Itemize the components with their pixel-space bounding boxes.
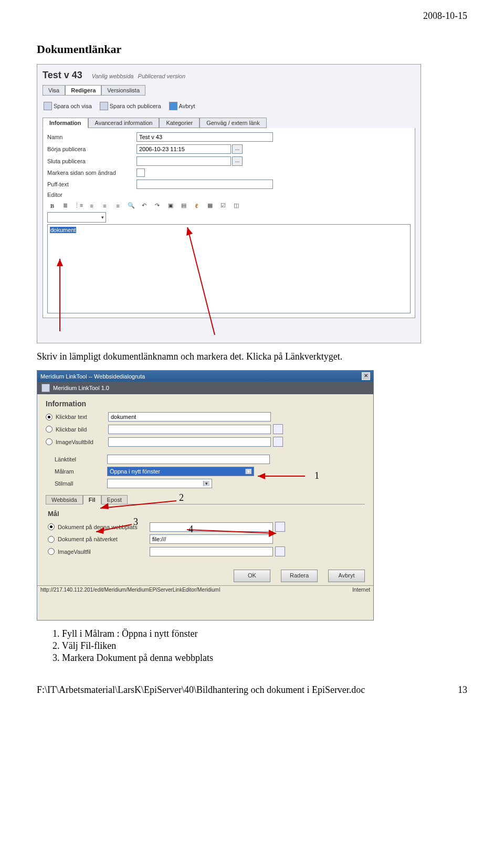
- instruction-paragraph: Skriv in lämpligt dokumentlänknamn och m…: [37, 351, 467, 362]
- svg-marker-3: [186, 227, 193, 236]
- radio-klickbar-bild-label: Klickbar bild: [56, 426, 108, 433]
- name-input[interactable]: [136, 132, 273, 142]
- numbered-list-icon[interactable]: ≣: [60, 201, 70, 211]
- radio-doc-net[interactable]: [48, 536, 55, 543]
- name-label: Namn: [47, 134, 136, 140]
- episerver-editor-screenshot: Test v 43 Vanlig webbsida Publicerad ver…: [37, 64, 421, 343]
- radio-klickbar-bild[interactable]: [46, 426, 52, 433]
- stop-publish-label: Sluta publicera: [47, 158, 136, 164]
- tool-icon: [41, 384, 50, 392]
- status-url: http://217.140.112.201/edit/Meridium/Mer…: [40, 587, 220, 593]
- image-icon[interactable]: ▣: [165, 201, 175, 211]
- tab-epost[interactable]: Epost: [101, 495, 128, 504]
- image-picker-icon[interactable]: [273, 424, 283, 434]
- tab-shortcut[interactable]: Genväg / extern länk: [200, 118, 267, 128]
- doc-site-input[interactable]: [150, 522, 273, 532]
- malram-value: Öppna i nytt fönster: [110, 468, 160, 475]
- tab-categories[interactable]: Kategorier: [159, 118, 200, 128]
- info-heading: Information: [46, 399, 365, 408]
- tab-advanced[interactable]: Avancerad information: [88, 118, 160, 128]
- linktitel-input[interactable]: [107, 455, 270, 464]
- ok-button[interactable]: OK: [234, 570, 270, 582]
- klickbar-text-input[interactable]: [108, 412, 271, 422]
- annotation-2: 2: [179, 492, 184, 503]
- section-heading: Dokumentlänkar: [37, 43, 467, 56]
- bold-icon[interactable]: B: [47, 201, 57, 211]
- svg-line-2: [187, 227, 215, 335]
- tool-version: Meridium LinkTool 1.0: [53, 385, 109, 391]
- radio-doc-site[interactable]: [48, 523, 55, 530]
- link-icon[interactable]: ℓ: [192, 201, 202, 211]
- klickbar-bild-input[interactable]: [108, 425, 271, 434]
- list-item-3: Markera Dokument på denna webbplats: [62, 653, 213, 663]
- imagevault-picker-icon[interactable]: [273, 437, 283, 447]
- radio-klickbar-text[interactable]: [46, 414, 52, 420]
- list-item-2: Välj Fil-fliken: [62, 640, 116, 651]
- stop-publish-input[interactable]: [136, 156, 231, 166]
- status-zone: Internet: [352, 587, 370, 593]
- cancel-button[interactable]: Avbryt: [169, 102, 195, 110]
- tab-versionslista[interactable]: Versionslista: [101, 85, 145, 96]
- radio-imagevault[interactable]: [46, 438, 52, 445]
- page-title: Test v 43: [43, 70, 82, 81]
- module-icon[interactable]: ◫: [231, 201, 241, 211]
- tab-information[interactable]: Information: [43, 118, 88, 128]
- annotation-4: 4: [188, 524, 193, 535]
- bullet-list-icon[interactable]: ⋮≡: [74, 201, 83, 211]
- malram-label: Målram: [55, 468, 107, 475]
- radio-iv-file[interactable]: [48, 548, 55, 555]
- doc-net-input[interactable]: [150, 534, 273, 544]
- page-type: Vanlig webbsida: [92, 73, 134, 79]
- start-publish-label: Börja publicera: [47, 146, 136, 152]
- save-icon: [44, 102, 52, 110]
- save-and-publish-button[interactable]: Spara och publicera: [100, 102, 161, 110]
- stilmall-label: Stilmall: [55, 480, 107, 487]
- find-icon[interactable]: 🔍: [126, 201, 136, 211]
- page-header-date: 2008-10-15: [37, 10, 467, 22]
- mark-changed-label: Markera sidan som ändrad: [47, 170, 136, 176]
- footer-page-number: 13: [458, 685, 467, 696]
- radio-klickbar-text-label: Klickbar text: [56, 414, 108, 420]
- dialog-title: Meridium LinkTool -- Webbsidedialogruta: [40, 373, 145, 380]
- redo-icon[interactable]: ↷: [152, 201, 162, 211]
- tab-visa[interactable]: Visa: [43, 85, 65, 96]
- label: Spara och visa: [54, 103, 92, 109]
- tab-fil[interactable]: Fil: [83, 495, 101, 504]
- selected-text: dokument: [50, 227, 76, 233]
- mark-changed-checkbox[interactable]: [136, 169, 145, 177]
- close-button[interactable]: ✕: [362, 372, 370, 380]
- radio-iv-file-label: ImageVaultfil: [58, 549, 150, 555]
- radio-imagevault-label: ImageVaultbild: [56, 439, 108, 445]
- linktitel-label: Länktitel: [55, 456, 107, 462]
- rich-text-editor[interactable]: dokument: [47, 224, 411, 313]
- malram-select[interactable]: Öppna i nytt fönster: [107, 467, 254, 476]
- stop-publish-picker[interactable]: ...: [232, 156, 243, 166]
- align-right-icon[interactable]: ≡: [113, 201, 123, 211]
- save-publish-icon: [100, 102, 108, 110]
- imagevault-input[interactable]: [108, 437, 271, 447]
- annotation-3: 3: [133, 517, 138, 528]
- label: Avbryt: [179, 103, 195, 109]
- check-icon[interactable]: ☑: [218, 201, 228, 211]
- doc-site-browse-icon[interactable]: [275, 522, 285, 532]
- annotation-1: 1: [314, 470, 319, 481]
- tab-redigera[interactable]: Redigera: [65, 85, 101, 96]
- radera-button[interactable]: Radera: [281, 570, 318, 582]
- list-item-1: Fyll i Målram : Öppna i nytt fönster: [62, 628, 197, 639]
- stilmall-select[interactable]: [107, 479, 212, 488]
- linktool-dialog-screenshot: Meridium LinkTool -- Webbsidedialogruta …: [37, 370, 374, 620]
- puff-input[interactable]: [136, 180, 273, 189]
- avbryt-button[interactable]: Avbryt: [328, 570, 365, 582]
- tab-webbsida[interactable]: Webbsida: [46, 495, 83, 504]
- align-center-icon[interactable]: ≡: [100, 201, 110, 211]
- table-icon[interactable]: ▦: [205, 201, 215, 211]
- iv-file-input[interactable]: [150, 547, 273, 556]
- undo-icon[interactable]: ↶: [139, 201, 149, 211]
- iv-file-browse-icon[interactable]: [275, 546, 285, 556]
- save-and-view-button[interactable]: Spara och visa: [44, 102, 92, 110]
- style-select[interactable]: [47, 212, 106, 223]
- start-publish-input[interactable]: [136, 144, 231, 154]
- align-left-icon[interactable]: ≡: [87, 201, 97, 211]
- start-publish-picker[interactable]: ...: [232, 144, 243, 154]
- image-browse-icon[interactable]: ▤: [178, 201, 188, 211]
